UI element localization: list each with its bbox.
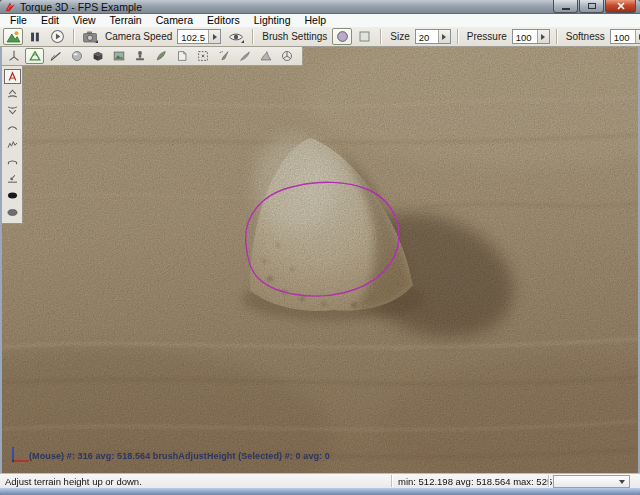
brush-size-value[interactable]: 20 <box>416 30 438 43</box>
brush-size-input[interactable]: 20 <box>415 29 451 44</box>
size-spinner[interactable] <box>438 30 450 43</box>
window-controls <box>553 0 636 13</box>
spinner-arrow-icon <box>442 34 446 40</box>
tool-slope[interactable] <box>46 48 65 64</box>
status-dropdown[interactable] <box>553 475 630 488</box>
camera-speed-value[interactable]: 102.5 <box>178 30 208 43</box>
mountain-scene-icon <box>5 29 21 45</box>
title-bar[interactable]: Torque 3D - FPS Example <box>0 0 640 14</box>
menu-camera[interactable]: Camera <box>149 14 200 27</box>
window-title: Torque 3D - FPS Example <box>20 1 142 13</box>
softness-spinner[interactable] <box>635 30 640 43</box>
minimize-icon <box>562 8 570 10</box>
menu-editors[interactable]: Editors <box>200 14 247 27</box>
palette-restore-terrain[interactable] <box>4 205 21 220</box>
camera-speed-label: Camera Speed <box>105 31 172 42</box>
brush-pressure-input[interactable]: 100 <box>512 29 550 44</box>
status-separator <box>548 475 549 487</box>
decal-tool-icon <box>175 49 189 63</box>
brush-pressure-value[interactable]: 100 <box>513 30 537 43</box>
brush-tool-icon <box>238 49 252 63</box>
palette-flatten[interactable] <box>4 154 21 169</box>
viewport[interactable]: (Mouse) #: 316 avg: 518.564 brushAdjustH… <box>2 47 638 473</box>
tool-wheel[interactable] <box>277 48 296 64</box>
dropdown-corner-icon <box>95 40 98 43</box>
editor-tools-toolbar <box>2 47 303 66</box>
camera-speed-spinner[interactable] <box>208 30 220 43</box>
sphere-tool-icon <box>70 49 84 63</box>
menu-help[interactable]: Help <box>298 14 334 27</box>
square-brush-icon <box>357 29 372 44</box>
window-bottom-frame <box>0 488 640 495</box>
chevron-down-icon <box>619 480 625 484</box>
terrain-render[interactable] <box>2 47 638 473</box>
menu-edit[interactable]: Edit <box>34 14 66 27</box>
close-button[interactable] <box>605 0 636 13</box>
tool-brush[interactable] <box>235 48 254 64</box>
palette-adjust-height[interactable] <box>4 69 21 84</box>
brush-shape-box-button[interactable] <box>354 28 374 45</box>
flatten-icon <box>6 155 19 168</box>
tool-spray[interactable] <box>214 48 233 64</box>
wheel-tool-icon <box>280 49 294 63</box>
menu-view[interactable]: View <box>66 14 103 27</box>
tool-sphere[interactable] <box>67 48 86 64</box>
raise-height-icon <box>6 87 19 100</box>
status-separator <box>391 475 392 487</box>
palette-noise[interactable] <box>4 137 21 152</box>
cube-tool-icon <box>91 49 105 63</box>
pause-button[interactable] <box>25 28 45 45</box>
tool-terrain-editor[interactable] <box>25 48 44 64</box>
tool-stamp[interactable] <box>130 48 149 64</box>
app-window: Torque 3D - FPS Example File Edit View T… <box>0 0 640 495</box>
tool-material[interactable] <box>109 48 128 64</box>
menu-bar: File Edit View Terrain Camera Editors Li… <box>0 14 640 27</box>
world-editor-button[interactable] <box>3 28 23 45</box>
maximize-icon <box>588 3 596 9</box>
tool-marquee[interactable] <box>193 48 212 64</box>
toolbar-separator <box>73 29 74 44</box>
dune-tool-icon <box>259 49 273 63</box>
tool-cube[interactable] <box>88 48 107 64</box>
brush-stats-overlay: (Mouse) #: 316 avg: 518.564 brushAdjustH… <box>29 451 330 461</box>
menu-terrain[interactable]: Terrain <box>103 14 149 27</box>
menu-file[interactable]: File <box>3 14 34 27</box>
palette-set-height[interactable] <box>4 171 21 186</box>
stamp-tool-icon <box>133 49 147 63</box>
palette-clear-terrain[interactable] <box>4 188 21 203</box>
selection-stats: min: 512.198 avg: 518.564 max: 525 <box>398 476 552 487</box>
play-button[interactable] <box>47 28 67 45</box>
brush-settings-label: Brush Settings <box>262 31 327 42</box>
status-hint: Adjust terrain height up or down. <box>5 476 142 487</box>
terrain-editor-icon <box>28 49 42 63</box>
tool-feather[interactable] <box>151 48 170 64</box>
lower-height-icon <box>6 104 19 117</box>
noise-icon <box>6 138 19 151</box>
menu-lighting[interactable]: Lighting <box>247 14 298 27</box>
brush-softness-input[interactable]: 100 <box>610 29 640 44</box>
camera-menu-button[interactable] <box>80 28 100 45</box>
toolbar-separator <box>252 29 253 44</box>
pressure-spinner[interactable] <box>537 30 549 43</box>
tool-dune[interactable] <box>256 48 275 64</box>
brush-shape-ellipse-button[interactable] <box>332 28 352 45</box>
palette-raise-height[interactable] <box>4 86 21 101</box>
set-height-icon <box>6 172 19 185</box>
maximize-button[interactable] <box>579 0 604 13</box>
clear-terrain-icon <box>6 189 19 202</box>
minimize-button[interactable] <box>553 0 578 13</box>
palette-smooth[interactable] <box>4 120 21 135</box>
marquee-tool-icon <box>196 49 210 63</box>
smooth-icon <box>6 121 19 134</box>
toolbar-separator <box>457 29 458 44</box>
camera-speed-input[interactable]: 102.5 <box>177 29 221 44</box>
tool-axis[interactable] <box>4 48 23 64</box>
visibility-menu-button[interactable] <box>226 28 246 45</box>
palette-lower-height[interactable] <box>4 103 21 118</box>
spinner-arrow-icon <box>213 34 217 40</box>
circle-brush-icon <box>335 29 350 44</box>
restore-terrain-icon <box>6 206 19 219</box>
adjust-height-icon <box>6 70 19 83</box>
brush-softness-value[interactable]: 100 <box>611 30 635 43</box>
tool-decal[interactable] <box>172 48 191 64</box>
